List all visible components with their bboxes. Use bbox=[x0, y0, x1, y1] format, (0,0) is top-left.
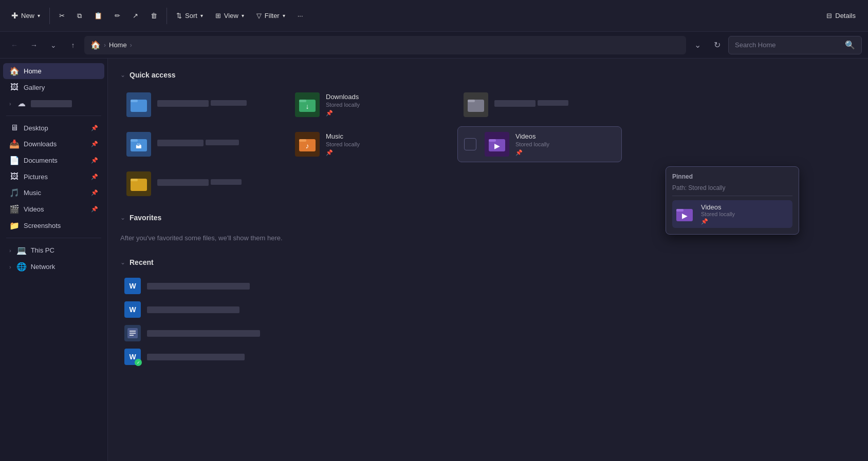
recent-collapse-icon[interactable]: ⌄ bbox=[120, 259, 125, 266]
new-label: New bbox=[21, 12, 34, 20]
paste-button[interactable]: 📋 bbox=[89, 9, 107, 23]
sidebar-item-gallery[interactable]: 🖼 Gallery bbox=[3, 80, 104, 95]
more-button[interactable]: ··· bbox=[292, 9, 308, 23]
folder-icon-3 bbox=[126, 171, 151, 196]
downloads-folder-pin: 📌 bbox=[326, 110, 447, 117]
music-folder-sub: Stored locally bbox=[326, 141, 447, 147]
thispc-sidebar-icon: 💻 bbox=[16, 245, 27, 255]
quick-access-collapse-icon[interactable]: ⌄ bbox=[120, 71, 125, 79]
pictures-sidebar-icon: 🖼 bbox=[9, 172, 20, 181]
videos-folder-sub: Stored locally bbox=[515, 141, 615, 147]
gallery-sidebar-icon: 🖼 bbox=[9, 83, 20, 92]
cut-button[interactable]: ✂ bbox=[54, 9, 70, 23]
sidebar-item-desktop[interactable]: 🖥 Desktop 📌 bbox=[3, 120, 104, 136]
sidebar-item-videos[interactable]: 🎬 Videos 📌 bbox=[3, 201, 104, 217]
svg-rect-6 bbox=[468, 100, 475, 102]
folder-item-2[interactable]: 🏔 bbox=[120, 126, 285, 162]
svg-text:↓: ↓ bbox=[306, 102, 309, 110]
search-icon: 🔍 bbox=[845, 40, 855, 50]
up-button[interactable]: ↑ bbox=[65, 37, 81, 53]
tooltip-folder-sub: Stored locally bbox=[701, 211, 735, 217]
recent-item-2[interactable]: W bbox=[120, 298, 856, 321]
folder-item-1[interactable] bbox=[120, 87, 285, 122]
new-button[interactable]: ✚ New ▾ bbox=[6, 8, 45, 24]
downloads-sidebar-icon: 📥 bbox=[9, 139, 20, 149]
rename-button[interactable]: ✏ bbox=[109, 9, 125, 23]
copy-button[interactable]: ⧉ bbox=[72, 9, 87, 23]
favorites-title: Favorites bbox=[130, 214, 161, 222]
folder-item-documents[interactable] bbox=[457, 87, 622, 122]
sidebar-item-network[interactable]: › 🌐 Network bbox=[3, 259, 104, 275]
sidebar-documents-label: Documents bbox=[24, 157, 58, 164]
recent-item-4[interactable]: W ✓ bbox=[120, 345, 856, 368]
folder-icon-1 bbox=[126, 92, 151, 117]
folder-item-videos[interactable]: ▶ Videos Stored locally 📌 bbox=[457, 126, 622, 162]
sort-chevron-icon: ▾ bbox=[200, 13, 203, 18]
folder-info-1 bbox=[157, 100, 279, 109]
dropdown-button[interactable]: ⌄ bbox=[689, 37, 706, 53]
forward-button[interactable]: → bbox=[26, 37, 42, 53]
view-button[interactable]: ⊞ View ▾ bbox=[210, 9, 249, 23]
sidebar-item-screenshots[interactable]: 📁 Screenshots bbox=[3, 218, 104, 234]
tooltip-item[interactable]: ▶ Videos Stored locally 📌 bbox=[672, 200, 792, 228]
network-sidebar-icon: 🌐 bbox=[16, 262, 27, 272]
rename-icon: ✏ bbox=[115, 12, 120, 20]
recent-name-1 bbox=[147, 283, 250, 290]
view-chevron-icon: ▾ bbox=[242, 13, 244, 18]
favorites-collapse-icon[interactable]: ⌄ bbox=[120, 214, 125, 221]
sidebar-home-label: Home bbox=[24, 67, 42, 75]
folder-icon-2: 🏔 bbox=[126, 132, 151, 157]
svg-text:▶: ▶ bbox=[494, 142, 500, 150]
delete-button[interactable]: 🗑 bbox=[145, 9, 162, 23]
svg-text:▶: ▶ bbox=[682, 212, 688, 220]
sidebar-music-label: Music bbox=[24, 189, 41, 197]
recent-item-1[interactable]: W bbox=[120, 275, 856, 297]
sidebar-item-music[interactable]: 🎵 Music 📌 bbox=[3, 185, 104, 201]
details-icon: ⊟ bbox=[826, 12, 832, 20]
folder-item-3[interactable] bbox=[120, 166, 285, 201]
sidebar-screenshots-label: Screenshots bbox=[24, 222, 61, 229]
copy-icon: ⧉ bbox=[77, 12, 82, 20]
folder-item-music[interactable]: ♪ Music Stored locally 📌 bbox=[289, 126, 453, 162]
tooltip-pinned-row: Pinned bbox=[672, 173, 792, 180]
more-label: ··· bbox=[298, 12, 303, 20]
recent-title: Recent bbox=[130, 258, 154, 266]
sidebar-item-downloads[interactable]: 📥 Downloads 📌 bbox=[3, 136, 104, 152]
details-button[interactable]: ⊟ Details bbox=[820, 9, 862, 23]
search-bar: 🔍 bbox=[728, 36, 862, 54]
tooltip-divider bbox=[672, 196, 792, 196]
sidebar-item-onedrive[interactable]: › ☁ bbox=[3, 95, 104, 111]
tooltip-box: Pinned Path: Stored locally ▶ Videos Sto… bbox=[666, 166, 799, 235]
tooltip-folder-info: Videos Stored locally 📌 bbox=[701, 203, 735, 225]
sidebar-item-home[interactable]: 🏠 Home bbox=[3, 63, 104, 79]
recent-item-3[interactable] bbox=[120, 322, 856, 344]
sidebar-item-this-pc[interactable]: › 💻 This PC bbox=[3, 242, 104, 258]
sidebar: 🏠 Home 🖼 Gallery › ☁ 🖥 Desktop 📌 📥 Downl… bbox=[0, 59, 108, 461]
recent-section: ⌄ Recent W W bbox=[120, 258, 856, 368]
share-icon: ↗ bbox=[133, 12, 138, 20]
sync-status-icon: ✓ bbox=[135, 359, 142, 366]
share-button[interactable]: ↗ bbox=[127, 9, 143, 23]
sidebar-item-pictures[interactable]: 🖼 Pictures 📌 bbox=[3, 169, 104, 184]
sidebar-item-documents[interactable]: 📄 Documents 📌 bbox=[3, 152, 104, 168]
back-button[interactable]: ← bbox=[6, 37, 23, 53]
recent-list: W W W ✓ bbox=[120, 275, 856, 368]
filter-label: Filter bbox=[265, 12, 280, 20]
recent-locations-button[interactable]: ⌄ bbox=[45, 37, 62, 53]
cut-icon: ✂ bbox=[59, 12, 65, 20]
folder-item-downloads[interactable]: ↓ Downloads Stored locally 📌 bbox=[289, 87, 453, 122]
refresh-button[interactable]: ↻ bbox=[709, 37, 725, 53]
breadcrumb-home[interactable]: 🏠 bbox=[90, 40, 101, 50]
videos-pin-icon: 📌 bbox=[91, 206, 98, 213]
videos-folder-info: Videos Stored locally 📌 bbox=[515, 132, 615, 156]
filter-button[interactable]: ▽ Filter ▾ bbox=[251, 9, 290, 23]
search-input[interactable] bbox=[735, 41, 841, 49]
pictures-pin-icon: 📌 bbox=[91, 174, 98, 180]
details-label: Details bbox=[835, 12, 856, 20]
sort-button[interactable]: ⇅ Sort ▾ bbox=[171, 9, 208, 23]
videos-checkbox[interactable] bbox=[464, 138, 476, 150]
documents-folder-info bbox=[494, 100, 616, 109]
breadcrumb-home-label[interactable]: Home bbox=[109, 41, 127, 49]
navbar: ← → ⌄ ↑ 🏠 › Home › ⌄ ↻ 🔍 bbox=[0, 32, 868, 59]
music-pin-icon: 📌 bbox=[91, 189, 98, 196]
